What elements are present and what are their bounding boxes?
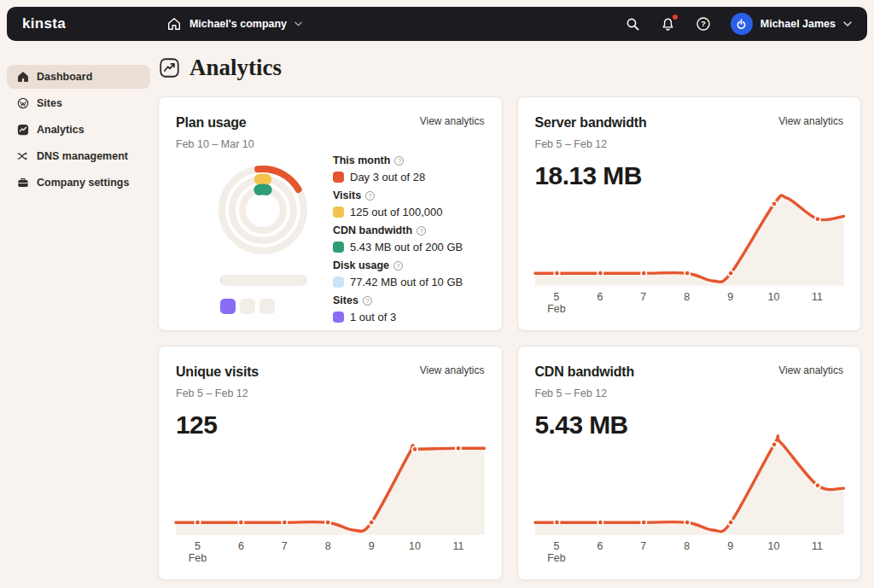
metric-value: 18.13 MB [535,161,844,190]
legend-swatch [333,242,344,253]
search-icon[interactable] [626,16,641,32]
data-point-marker [282,520,287,525]
info-icon[interactable]: ? [417,226,426,236]
data-point-marker [684,271,689,276]
view-analytics-link[interactable]: View analytics [420,115,485,127]
info-icon[interactable]: ? [363,296,372,306]
x-tick-label: 11 [812,540,823,552]
sidebar-item-label: Dashboard [37,71,92,83]
home-icon [17,71,29,83]
kinsta-logo: kinsta [22,15,66,32]
legend-item-sites: Sites? 1 out of 3 [333,294,485,323]
legend-swatch [333,311,344,323]
view-analytics-link[interactable]: View analytics [778,364,843,376]
main-content: Analytics Plan usage View analytics Feb … [158,53,861,580]
x-tick-label: 7 [640,540,646,552]
cdn-bandwidth-chart: 5Feb67891011 [535,440,844,581]
avatar [731,13,753,35]
metric-value: 125 [176,410,485,440]
x-tick-label: 9 [727,291,733,303]
date-range: Feb 10 – Mar 10 [176,138,485,150]
legend-swatch [333,172,344,183]
legend-item-this-month: This month? Day 3 out of 28 [333,154,485,183]
x-tick-label: 7 [640,291,646,303]
page-title: Analytics [189,55,282,81]
data-point-marker [771,201,776,207]
user-menu[interactable]: Michael James [731,13,852,35]
site-square-free [259,299,275,314]
date-range: Feb 5 – Feb 12 [176,387,485,399]
info-icon[interactable]: ? [394,156,404,166]
data-point-marker [814,217,819,222]
info-icon[interactable]: ? [393,261,403,271]
top-navigation-bar: kinsta Michael's company ? Michael James [7,7,867,41]
wordpress-icon [17,97,29,109]
legend-item-disk-usage: Disk usage? 77.42 MB out of 10 GB [333,259,485,288]
sidebar-item-analytics[interactable]: Analytics [7,118,150,142]
company-switcher[interactable]: Michael's company [166,16,302,32]
sidebar-item-dashboard[interactable]: Dashboard [7,65,150,89]
data-point-marker [814,483,819,488]
card-title: CDN bandwidth [535,364,635,380]
data-point-marker [325,520,330,525]
legend-item-cdn-bandwidth: CDN bandwidth? 5.43 MB out of 200 GB [333,224,485,253]
sidebar-item-dns-management[interactable]: DNS management [7,144,150,168]
x-tick-label: 11 [452,540,463,552]
legend-value: 125 out of 100,000 [350,206,442,218]
legend-swatch [333,207,344,218]
info-icon[interactable]: ? [365,191,375,201]
metric-value: 5.43 MB [535,410,844,440]
data-point-marker [554,520,559,525]
sidebar-item-label: Sites [37,97,62,109]
sidebar-item-label: DNS management [37,150,128,162]
x-axis-month-label: Feb [547,552,566,564]
help-icon[interactable]: ? [696,16,711,32]
x-tick-label: 6 [597,291,603,303]
x-tick-label: 10 [768,540,780,552]
legend-value: Day 3 out of 28 [350,171,425,183]
view-analytics-link[interactable]: View analytics [778,115,843,127]
bell-icon[interactable] [661,16,676,32]
data-point-marker [771,442,776,447]
home-icon [166,16,182,32]
x-tick-label: 5 [553,540,559,552]
data-point-marker [597,271,603,276]
x-tick-label: 11 [812,291,823,303]
sidebar-item-company-settings[interactable]: Company settings [7,171,150,195]
server-bandwidth-card: Server bandwidth View analytics Feb 5 – … [517,96,862,331]
data-point-marker [554,271,559,276]
card-title: Server bandwidth [535,115,647,131]
area-line-chart [535,440,844,535]
x-tick-label: 9 [369,540,375,552]
card-title: Plan usage [176,115,246,131]
data-point-marker [597,520,603,525]
disk-usage-bar-fill [220,275,222,286]
x-tick-label: 10 [768,291,780,303]
unique-visits-card: Unique visits View analytics Feb 5 – Feb… [158,346,503,580]
date-range: Feb 5 – Feb 12 [535,138,844,150]
x-axis-month-label: Feb [547,303,566,315]
x-tick-label: 9 [727,540,733,552]
sidebar-item-label: Analytics [37,124,84,136]
company-name: Michael's company [189,18,287,30]
legend-label: Disk usage [333,259,389,272]
x-tick-label: 10 [409,540,421,552]
plan-usage-visuals [176,152,333,329]
card-title: Unique visits [176,364,259,380]
legend-item-visits: Visits? 125 out of 100,000 [333,189,485,218]
data-point-marker [412,446,417,451]
cards-grid: Plan usage View analytics Feb 10 – Mar 1… [158,96,861,580]
analytics-icon [17,124,29,136]
x-tick-label: 6 [238,540,244,552]
legend-value: 5.43 MB out of 200 GB [350,241,463,253]
site-square-used [220,299,236,314]
x-tick-label: 6 [597,540,603,552]
svg-text:?: ? [701,20,706,28]
legend-label: This month [333,154,390,167]
view-analytics-link[interactable]: View analytics [420,364,485,376]
briefcase-icon [17,177,29,189]
data-point-marker [727,271,732,276]
sidebar-item-sites[interactable]: Sites [7,91,150,115]
legend-swatch [333,277,344,288]
page-header: Analytics [160,55,861,81]
